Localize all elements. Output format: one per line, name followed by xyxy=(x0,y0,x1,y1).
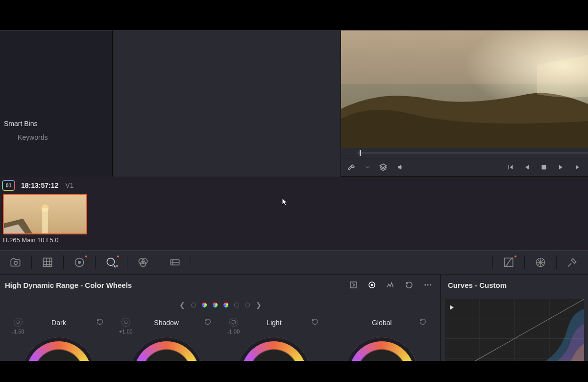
curves-panel-header: Curves - Custom xyxy=(441,275,588,295)
middle-empty-panel xyxy=(113,30,341,177)
tab-hdr-wheels[interactable]: HDR xyxy=(96,251,127,274)
wheel-light-label: Light xyxy=(267,319,281,327)
stop-icon[interactable] xyxy=(539,162,549,172)
wheel-shadow-value[interactable]: +1.00 xyxy=(118,329,134,334)
svg-point-23 xyxy=(427,284,429,286)
reset-panel-icon[interactable] xyxy=(401,277,417,293)
eyedropper-icon[interactable] xyxy=(347,162,357,172)
zone-dot-3[interactable] xyxy=(213,303,218,307)
svg-point-25 xyxy=(17,321,20,324)
zone-prev-icon[interactable]: ❮ xyxy=(179,301,185,309)
tab-color-warper[interactable] xyxy=(525,251,556,274)
curves-handle-icon[interactable] xyxy=(450,305,454,310)
reset-icon[interactable] xyxy=(419,318,427,328)
zone-dot-4[interactable] xyxy=(223,303,228,307)
wheel-dark-label: Dark xyxy=(51,319,66,327)
tab-color-match[interactable] xyxy=(32,251,63,274)
svg-rect-3 xyxy=(542,165,546,170)
viewer-scrubber[interactable] xyxy=(341,148,588,158)
svg-rect-6 xyxy=(42,208,48,233)
speaker-icon[interactable] xyxy=(396,162,406,172)
tab-qualifier[interactable] xyxy=(557,251,588,274)
playhead[interactable] xyxy=(360,150,361,156)
tab-rgb-mixer[interactable] xyxy=(127,251,159,274)
smartbins-item-keywords[interactable]: Keywords xyxy=(0,130,112,144)
expand-icon[interactable] xyxy=(345,277,361,293)
prev-frame-icon[interactable] xyxy=(522,162,532,172)
hdr-panel-header: High Dynamic Range - Color Wheels xyxy=(0,275,441,295)
zone-next-icon[interactable]: ❯ xyxy=(256,301,262,309)
clip-strip: 01 18:13:57:12 V1 H.265 Main 10 L5.0 xyxy=(0,177,588,250)
letterbox-top xyxy=(0,0,588,30)
zone-dot-2[interactable] xyxy=(202,303,207,307)
panel-headers: High Dynamic Range - Color Wheels Curves… xyxy=(0,275,588,295)
wheel-mode-icon[interactable] xyxy=(14,318,23,327)
palette-tabs: HDR xyxy=(0,250,588,275)
clip-timecode: 18:13:57:12 xyxy=(21,181,58,189)
tab-motion-effects[interactable] xyxy=(159,251,191,274)
tab-color-wheels[interactable] xyxy=(64,251,95,274)
layers-icon[interactable] xyxy=(378,162,388,172)
svg-point-10 xyxy=(78,261,80,263)
upper-row: Smart Bins Keywords xyxy=(0,30,588,177)
wheels-mode-icon[interactable] xyxy=(364,277,380,293)
viewer-toolbar xyxy=(341,158,588,177)
letterbox-bottom xyxy=(0,361,588,382)
wheel-mode-icon[interactable] xyxy=(122,318,130,327)
zone-dot-1[interactable] xyxy=(191,303,196,307)
dropdown-chevron-icon[interactable] xyxy=(365,162,370,172)
clip-thumbnail[interactable] xyxy=(3,194,87,234)
viewer-canvas[interactable] xyxy=(341,30,588,148)
reset-icon[interactable] xyxy=(311,318,319,328)
play-icon[interactable] xyxy=(556,162,565,172)
svg-point-26 xyxy=(124,321,127,324)
svg-point-22 xyxy=(424,284,426,286)
tab-camera-raw[interactable] xyxy=(0,251,31,274)
svg-point-27 xyxy=(232,320,236,324)
reset-icon[interactable] xyxy=(204,318,212,328)
svg-rect-8 xyxy=(43,258,51,266)
curves-panel-title: Curves - Custom xyxy=(448,281,507,289)
svg-point-7 xyxy=(14,261,18,265)
reset-icon[interactable] xyxy=(96,318,104,328)
clip-number-badge[interactable]: 01 xyxy=(3,181,14,190)
svg-text:HDR: HDR xyxy=(112,264,118,268)
wheel-dark-value[interactable]: -1.50 xyxy=(10,329,26,334)
viewer-panel xyxy=(341,30,588,177)
zone-navigator: ❮ ❯ xyxy=(0,300,441,310)
wheel-mode-icon[interactable] xyxy=(229,318,238,327)
next-frame-icon[interactable] xyxy=(572,162,582,172)
hdr-panel-title: High Dynamic Range - Color Wheels xyxy=(5,281,132,289)
svg-point-21 xyxy=(371,284,373,286)
wheel-shadow-label: Shadow xyxy=(154,319,179,327)
tab-curves[interactable] xyxy=(493,251,524,274)
wheel-light-value[interactable]: -1.00 xyxy=(225,329,242,334)
clip-codec-label: H.265 Main 10 L5.0 xyxy=(3,236,585,244)
zone-dot-5[interactable] xyxy=(234,303,239,307)
wheel-global-label: Global xyxy=(372,319,392,327)
zones-graph-icon[interactable] xyxy=(383,277,398,293)
clip-track-label: V1 xyxy=(65,181,74,189)
smartbins-panel: Smart Bins Keywords xyxy=(0,30,113,177)
svg-point-24 xyxy=(430,284,431,286)
skip-back-icon[interactable] xyxy=(506,162,515,172)
smartbins-title: Smart Bins xyxy=(0,117,112,130)
zone-dot-6[interactable] xyxy=(245,303,250,307)
more-options-icon[interactable] xyxy=(420,277,436,293)
